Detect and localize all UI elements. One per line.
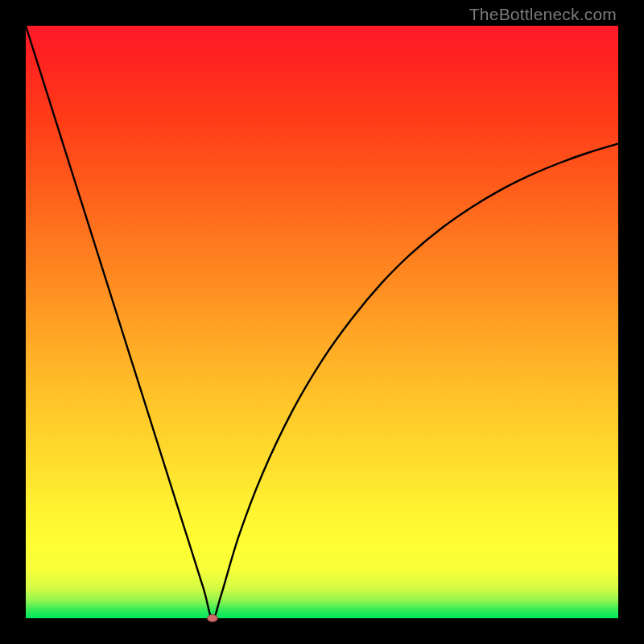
- curve-svg: [26, 26, 618, 618]
- bottleneck-curve: [26, 26, 618, 618]
- chart-frame: TheBottleneck.com: [0, 0, 644, 644]
- plot-area: [26, 26, 618, 618]
- watermark-text: TheBottleneck.com: [469, 5, 617, 24]
- minimum-marker: [207, 615, 217, 622]
